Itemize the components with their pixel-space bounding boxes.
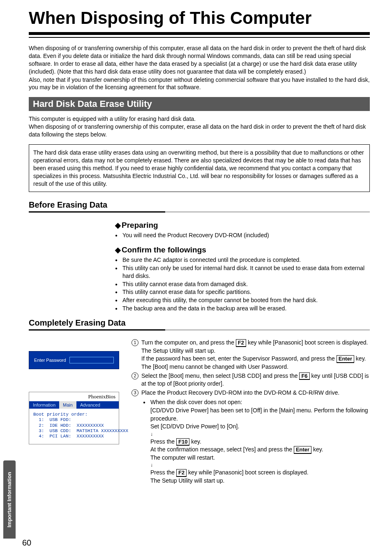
step-3: Place the Product Recovery DVD-ROM into … (131, 389, 370, 485)
intro-block: When disposing of or transferring owners… (29, 44, 370, 91)
bios-tab-main: Main (59, 401, 76, 409)
utility-line-2: When disposing of or transferring owners… (29, 123, 370, 139)
bios-tab-advanced: Advanced (76, 401, 104, 409)
bios-line-0: Boot priority order: (33, 412, 115, 417)
step-3-text-i: The computer will restart. (150, 454, 370, 462)
intro-paragraph-1: When disposing of or transferring owners… (29, 44, 370, 76)
bios-screenshot: PhoenixBios Information Main Advanced Bo… (29, 392, 119, 444)
step-1-text-d: If the password has been set, enter the … (141, 355, 337, 362)
f2-key: F2 (236, 339, 246, 347)
step-3-text-g: At the confirmation message, select [Yes… (150, 446, 294, 453)
confirm-bullet-2: This utility can only be used for intern… (122, 264, 370, 280)
preparing-heading: Preparing (115, 221, 370, 230)
bios-line-4: 4: PCI LAN: XXXXXXXXXX (33, 434, 115, 439)
steps-column: Turn the computer on, and press the F2 k… (131, 339, 370, 486)
step-3-sub-heading: When the disk cover does not open: (150, 398, 370, 407)
page-title: When Disposing of This Computer (29, 8, 370, 28)
step-1-text-c: The Setup Utility will start up. (141, 347, 216, 354)
completely-erasing-heading: Completely Erasing Data (29, 318, 370, 328)
enter-password-label: Enter Password (34, 358, 66, 363)
disclaimer-box: The hard disk data erase utility erases … (29, 144, 370, 192)
bios-line-1: 1: USB FDD: (33, 417, 115, 423)
step-3-text-h: key. (311, 446, 323, 453)
step-1-text-b: key while [Panasonic] boot screen is dis… (246, 339, 368, 346)
f2-key-2: F2 (176, 469, 187, 477)
step-3-text-f: key. (189, 438, 201, 445)
step-3-text-e: Press the (150, 438, 176, 445)
bios-tab-information: Information (29, 401, 59, 409)
enter-password-screenshot: Enter Password (29, 351, 119, 369)
step-3-text-l: The Setup Utility will start up. (150, 477, 370, 485)
confirm-bullet-6: The backup area and the data in the back… (122, 305, 370, 313)
confirm-bullet-4: This utility cannot erase data for speci… (122, 288, 370, 296)
step-3-text-k: key while [Panasonic] boot screen is dis… (187, 469, 309, 476)
utility-description: This computer is equipped with a utility… (29, 115, 370, 139)
bios-brand: PhoenixBios (29, 392, 119, 401)
preparing-section: Preparing You will need the Product Reco… (115, 221, 370, 312)
left-illustrations: Enter Password PhoenixBios Information M… (29, 339, 119, 444)
step-3-text-d: Set [CD/DVD Drive Power] to [On]. (150, 423, 370, 431)
side-tab-label: Important Information (7, 472, 13, 527)
step-3-text-j: Press the (150, 469, 176, 476)
f10-key: F10 (176, 438, 189, 446)
down-arrow-icon-2: ↓ (150, 462, 370, 469)
side-tab-important-info: Important Information (3, 460, 16, 539)
utility-line-1: This computer is equipped with a utility… (29, 115, 370, 123)
bios-line-3: 3: USB CDD: MATSHITA XXXXXXXXXX (33, 428, 115, 434)
bios-body: Boot priority order: 1: USB FDD: 2: IDE … (29, 409, 119, 444)
page-number: 60 (22, 538, 31, 548)
password-input-illustration (69, 357, 114, 363)
bios-line-2: 2: IDE HDD: XXXXXXXXXX (33, 423, 115, 428)
confirm-heading: Confirm the followings (115, 245, 370, 254)
bios-tabs: Information Main Advanced (29, 401, 119, 409)
step-3-text-c: [CD/DVD Drive Power] has been set to [Of… (150, 407, 370, 423)
f6-key: F6 (299, 372, 309, 380)
step-1: Turn the computer on, and press the F2 k… (131, 339, 370, 371)
confirm-bullet-5: After executing this utility, the comput… (122, 296, 370, 305)
section-bar-erase-utility: Hard Disk Data Erase Utility (29, 97, 370, 111)
down-arrow-icon: ↓ (150, 431, 370, 438)
step-1-text-a: Turn the computer on, and press the (141, 339, 236, 346)
enter-key: Enter (337, 355, 354, 363)
confirm-bullet-3: This utility cannot erase data from dama… (122, 280, 370, 289)
title-rule (29, 32, 370, 38)
enter-key-2: Enter (294, 446, 311, 454)
completely-rule (29, 329, 370, 331)
step-2: Select the [Boot] menu, then select [USB… (131, 372, 370, 388)
before-rule (29, 211, 370, 213)
before-erasing-heading: Before Erasing Data (29, 200, 370, 210)
preparing-bullet-1: You will need the Product Recovery DVD-R… (122, 231, 370, 240)
intro-paragraph-2: Also, note that if you transfer ownershi… (29, 76, 370, 92)
step-2-text-a: Select the [Boot] menu, then select [USB… (141, 372, 299, 379)
step-3-text-a: Place the Product Recovery DVD-ROM into … (141, 389, 339, 396)
confirm-bullet-1: Be sure the AC adaptor is connected unti… (122, 256, 370, 264)
